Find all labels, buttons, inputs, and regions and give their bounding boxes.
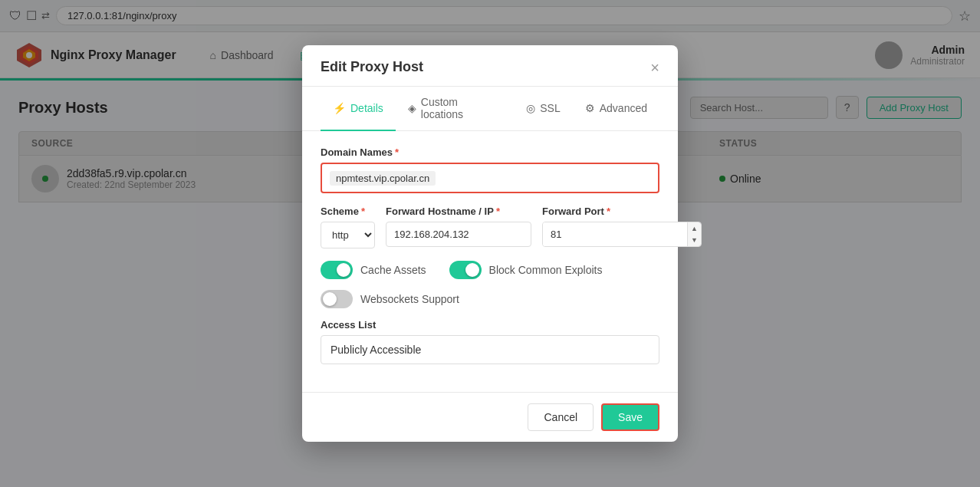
tab-details[interactable]: ⚡ Details bbox=[321, 87, 396, 131]
modal-header: Edit Proxy Host × bbox=[302, 45, 678, 87]
details-icon: ⚡ bbox=[333, 102, 346, 114]
modal-overlay: Edit Proxy Host × ⚡ Details ◈ Custom loc… bbox=[0, 0, 980, 218]
scheme-label: Scheme * bbox=[321, 206, 375, 217]
connection-fields: Scheme * http https Forward Hostname / I… bbox=[321, 206, 659, 218]
domain-input-inner[interactable] bbox=[440, 173, 650, 184]
required-indicator: * bbox=[395, 146, 399, 158]
modal-tabs: ⚡ Details ◈ Custom locations ◎ SSL ⚙ Adv… bbox=[302, 87, 678, 131]
edit-proxy-host-modal: Edit Proxy Host × ⚡ Details ◈ Custom loc… bbox=[302, 45, 678, 218]
ssl-icon: ◎ bbox=[526, 102, 535, 114]
tab-advanced[interactable]: ⚙ Advanced bbox=[573, 87, 659, 131]
scheme-field: Scheme * http https bbox=[321, 206, 375, 218]
forward-hostname-field: Forward Hostname / IP * bbox=[386, 206, 531, 218]
close-button[interactable]: × bbox=[650, 60, 659, 75]
domain-tag: npmtest.vip.cpolar.cn bbox=[330, 171, 436, 186]
domain-names-label: Domain Names * bbox=[321, 146, 659, 158]
modal-body: Domain Names * npmtest.vip.cpolar.cn Sch… bbox=[302, 131, 678, 218]
tab-custom-locations[interactable]: ◈ Custom locations bbox=[396, 87, 514, 131]
forward-hostname-label: Forward Hostname / IP * bbox=[386, 206, 531, 217]
forward-port-field: Forward Port * ▲ ▼ bbox=[542, 206, 702, 218]
domain-names-input[interactable]: npmtest.vip.cpolar.cn bbox=[321, 163, 659, 193]
gear-icon: ⚙ bbox=[585, 102, 595, 114]
modal-title: Edit Proxy Host bbox=[321, 59, 423, 75]
locations-icon: ◈ bbox=[408, 102, 416, 114]
forward-port-label: Forward Port * bbox=[542, 206, 702, 217]
tab-ssl[interactable]: ◎ SSL bbox=[514, 87, 572, 131]
